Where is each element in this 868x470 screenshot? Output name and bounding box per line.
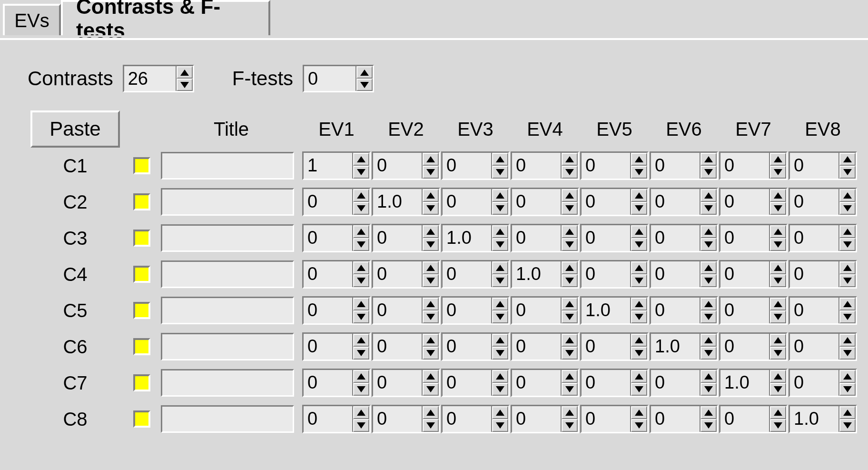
ev-step-down[interactable]: [770, 310, 786, 323]
ev-value[interactable]: 0: [373, 334, 422, 360]
ev-value-spinner[interactable]: 0: [372, 260, 440, 289]
ev-step-down[interactable]: [700, 347, 717, 360]
ev-step-down[interactable]: [492, 238, 508, 251]
ev-step-up[interactable]: [839, 298, 856, 310]
ev-value-spinner[interactable]: 0: [441, 405, 510, 433]
ev-value[interactable]: 1.0: [790, 406, 838, 432]
ev-value[interactable]: 0: [720, 225, 769, 251]
ev-value-spinner[interactable]: 0: [580, 332, 649, 361]
ev-step-down[interactable]: [353, 274, 369, 287]
ev-step-up[interactable]: [562, 334, 578, 347]
ev-step-up[interactable]: [562, 370, 578, 383]
ev-step-up[interactable]: [631, 334, 647, 347]
row-indicator-checkbox[interactable]: [133, 157, 150, 174]
ev-step-down[interactable]: [770, 383, 786, 396]
ev-step-down[interactable]: [492, 347, 508, 360]
paste-button[interactable]: Paste: [30, 110, 119, 148]
contrast-title-input[interactable]: [161, 224, 294, 252]
ev-step-down[interactable]: [839, 238, 856, 251]
ftests-step-down[interactable]: [356, 79, 373, 91]
ev-step-down[interactable]: [839, 347, 856, 360]
ev-value[interactable]: 0: [651, 370, 700, 396]
ev-value-spinner[interactable]: 0: [372, 296, 440, 325]
ev-value-spinner[interactable]: 0: [789, 332, 857, 361]
ev-step-down[interactable]: [770, 419, 786, 432]
ev-value-spinner[interactable]: 0: [789, 224, 857, 252]
ev-value[interactable]: 0: [512, 225, 561, 251]
ev-step-down[interactable]: [562, 310, 578, 323]
contrast-title-input[interactable]: [161, 333, 294, 360]
ev-value[interactable]: 1: [304, 153, 352, 179]
ev-step-up[interactable]: [423, 370, 439, 383]
ev-step-down[interactable]: [700, 419, 717, 432]
ev-step-down[interactable]: [562, 383, 578, 396]
ev-step-down[interactable]: [353, 347, 369, 360]
ev-value[interactable]: 0: [443, 370, 491, 396]
ev-value[interactable]: 0: [651, 298, 700, 323]
ev-value-spinner[interactable]: 0: [441, 260, 510, 289]
ev-value-spinner[interactable]: 0: [580, 188, 649, 216]
ev-value-spinner[interactable]: 1.0: [511, 260, 579, 289]
ev-value[interactable]: 0: [443, 298, 491, 323]
ev-value-spinner[interactable]: 0: [441, 188, 510, 216]
contrast-title-input[interactable]: [161, 152, 294, 180]
row-indicator-checkbox[interactable]: [133, 302, 150, 319]
ev-value-spinner[interactable]: 1.0: [789, 405, 857, 433]
ev-step-up[interactable]: [562, 261, 578, 274]
ev-step-down[interactable]: [562, 238, 578, 251]
ev-value-spinner[interactable]: 0: [511, 151, 579, 180]
ev-step-up[interactable]: [700, 225, 717, 238]
ev-step-up[interactable]: [353, 298, 369, 310]
ev-step-down[interactable]: [631, 274, 647, 287]
ev-step-up[interactable]: [423, 225, 439, 238]
ev-value[interactable]: 0: [651, 225, 700, 251]
ev-step-up[interactable]: [492, 298, 508, 310]
ev-step-up[interactable]: [423, 261, 439, 274]
ev-value[interactable]: 0: [582, 153, 630, 179]
ev-value[interactable]: 1.0: [512, 261, 561, 287]
ev-step-up[interactable]: [423, 298, 439, 310]
ev-value-spinner[interactable]: 0: [719, 296, 788, 325]
ev-value[interactable]: 0: [790, 189, 838, 215]
row-indicator-checkbox[interactable]: [133, 410, 150, 428]
ev-step-up[interactable]: [631, 370, 647, 383]
ev-step-down[interactable]: [770, 274, 786, 287]
ev-step-up[interactable]: [353, 406, 369, 419]
ev-step-up[interactable]: [423, 406, 439, 419]
ev-step-up[interactable]: [353, 189, 369, 202]
ev-value[interactable]: 0: [373, 153, 422, 179]
ev-step-up[interactable]: [423, 334, 439, 347]
ev-value-spinner[interactable]: 1.0: [441, 224, 510, 252]
ev-step-up[interactable]: [492, 261, 508, 274]
ev-step-down[interactable]: [631, 238, 647, 251]
tab-contrasts-ftests[interactable]: Contrasts & F-tests: [61, 0, 270, 35]
ev-value-spinner[interactable]: 0: [650, 296, 718, 325]
ev-value-spinner[interactable]: 0: [719, 224, 788, 252]
ev-value-spinner[interactable]: 0: [650, 188, 718, 216]
ev-value[interactable]: 0: [651, 189, 700, 215]
ev-step-up[interactable]: [839, 370, 856, 383]
ev-value-spinner[interactable]: 1: [302, 151, 371, 180]
ev-step-up[interactable]: [700, 370, 717, 383]
ev-step-down[interactable]: [839, 383, 856, 396]
ev-value-spinner[interactable]: 0: [511, 369, 579, 397]
ev-step-down[interactable]: [562, 274, 578, 287]
ev-step-up[interactable]: [423, 189, 439, 202]
contrast-title-input[interactable]: [161, 405, 294, 433]
ev-value-spinner[interactable]: 0: [719, 188, 788, 216]
ev-value[interactable]: 0: [651, 406, 700, 432]
ev-value[interactable]: 0: [304, 334, 352, 360]
ev-value-spinner[interactable]: 0: [302, 405, 371, 433]
ev-step-up[interactable]: [770, 261, 786, 274]
ev-step-up[interactable]: [700, 334, 717, 347]
ev-step-down[interactable]: [562, 166, 578, 179]
ev-value[interactable]: 0: [651, 153, 700, 179]
ev-value-spinner[interactable]: 1.0: [650, 332, 718, 361]
ev-value[interactable]: 0: [373, 406, 422, 432]
ev-step-up[interactable]: [562, 406, 578, 419]
ev-step-down[interactable]: [562, 419, 578, 432]
ev-value[interactable]: 0: [443, 261, 491, 287]
ev-value-spinner[interactable]: 0: [372, 224, 440, 252]
ftests-value[interactable]: 0: [304, 66, 355, 91]
ev-value[interactable]: 0: [720, 153, 769, 179]
